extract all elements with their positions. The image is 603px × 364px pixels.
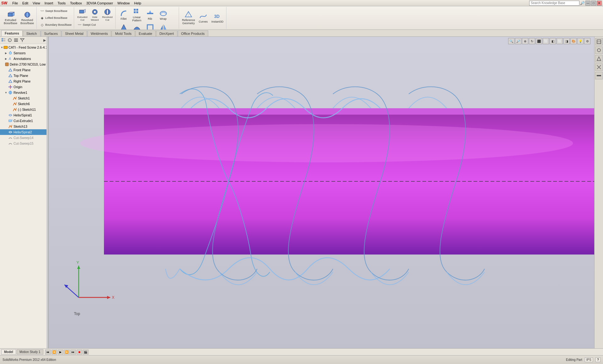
vp-display3-btn[interactable]: ◧ bbox=[550, 38, 556, 44]
lofted-boss-base-button[interactable]: ◈ Lofted Boss/Base bbox=[39, 15, 68, 21]
close-button[interactable]: ✕ bbox=[597, 1, 602, 6]
revolved-cut-button[interactable]: RevolvedCut bbox=[101, 8, 114, 22]
shell-button[interactable]: Shell bbox=[144, 23, 156, 30]
reference-geometry-icon bbox=[185, 11, 192, 19]
play-back-btn[interactable]: ⏪ bbox=[52, 350, 57, 355]
vp-display8-btn[interactable]: ⚙ bbox=[584, 38, 590, 44]
right-panel-btn4[interactable] bbox=[595, 63, 603, 71]
right-panel-btn5[interactable] bbox=[595, 72, 603, 79]
tree-item-material[interactable]: Delrin 2700 NC010, Low Viscos bbox=[0, 62, 48, 67]
reference-geometry-button[interactable]: ReferenceGeometry bbox=[181, 10, 197, 25]
tree-item-right-plane[interactable]: Right Plane bbox=[0, 78, 48, 84]
vp-display7-btn[interactable]: 💡 bbox=[577, 38, 584, 44]
draft-button[interactable]: Draft bbox=[117, 23, 130, 30]
tab-mold-tools[interactable]: Mold Tools bbox=[111, 30, 135, 36]
vp-display6-btn[interactable]: 🎨 bbox=[570, 38, 577, 44]
tab-weldments[interactable]: Weldments bbox=[87, 30, 111, 36]
sidebar-resize-handle[interactable] bbox=[46, 37, 48, 348]
sidebar-feature-tree-btn[interactable] bbox=[1, 37, 6, 43]
vp-zoom-fit-btn[interactable]: ⊕ bbox=[522, 38, 528, 44]
status-units[interactable]: IPS bbox=[585, 357, 593, 362]
tree-item-sketch6[interactable]: Sketch6 bbox=[0, 101, 48, 107]
vp-rotate-btn[interactable]: ↻ bbox=[529, 38, 535, 44]
menu-view[interactable]: View bbox=[31, 1, 42, 6]
extruded-cut-button[interactable]: ExtrudedCut bbox=[76, 8, 89, 22]
record-btn[interactable]: ⏺ bbox=[77, 350, 82, 355]
right-panel-btn3[interactable] bbox=[595, 55, 603, 62]
tab-features[interactable]: Features bbox=[1, 30, 23, 36]
menu-file[interactable]: File bbox=[10, 1, 20, 6]
menu-3dvia[interactable]: 3DVIA Composer bbox=[84, 1, 115, 6]
swept-boss-base-button[interactable]: 〰 Swept Boss/Base bbox=[39, 8, 68, 14]
mirror-button[interactable]: Mirror bbox=[157, 23, 170, 30]
menu-edit[interactable]: Edit bbox=[20, 1, 30, 6]
motion-icon[interactable]: 🎬 bbox=[83, 350, 89, 355]
restore-button[interactable]: □ bbox=[591, 1, 596, 6]
tab-evaluate[interactable]: Evaluate bbox=[135, 30, 156, 36]
vp-zoom-out-btn[interactable]: 🔎 bbox=[515, 38, 521, 44]
svg-rect-68 bbox=[597, 75, 601, 76]
linear-pattern-button[interactable]: LinearPattern bbox=[131, 8, 143, 23]
instant3d-button[interactable]: 3D Instant3D bbox=[210, 12, 225, 24]
tree-item-top-plane[interactable]: Top Plane bbox=[0, 73, 48, 78]
viewport[interactable]: 🔍 🔎 ⊕ ↻ ⬛ ⬜ ◧ ⬜ ◨ 🎨 💡 ⚙ bbox=[49, 37, 603, 348]
tab-dimxpert[interactable]: DimXpert bbox=[156, 30, 177, 36]
right-panel-btn2[interactable] bbox=[595, 46, 603, 54]
tree-item-sketch1[interactable]: Sketch1 bbox=[0, 95, 48, 101]
sidebar-config-btn[interactable] bbox=[13, 37, 19, 43]
vp-display1-btn[interactable]: ⬛ bbox=[536, 38, 542, 44]
menu-tools[interactable]: Tools bbox=[56, 1, 68, 6]
menu-help[interactable]: Help bbox=[132, 1, 143, 6]
tree-item-revolve1[interactable]: ▼ Revolve1 bbox=[0, 90, 48, 95]
tree-item-cut-extrude1[interactable]: Cut-Extrude1 bbox=[0, 118, 48, 124]
vp-zoom-in-btn[interactable]: 🔍 bbox=[508, 38, 514, 44]
wrap-button[interactable]: Wrap bbox=[157, 9, 170, 21]
minimize-button[interactable]: — bbox=[585, 1, 590, 6]
status-help[interactable]: ? bbox=[595, 357, 600, 362]
right-plane-label: Right Plane bbox=[14, 79, 30, 83]
tree-item-helix2[interactable]: Helix/Spiral2 bbox=[0, 129, 48, 135]
tab-office-products[interactable]: Office Products bbox=[178, 30, 208, 36]
tree-item-cut-sweep14[interactable]: Cut-Sweep14 bbox=[0, 135, 48, 141]
tree-item-front-plane[interactable]: Front Plane bbox=[0, 67, 48, 73]
vp-display4-btn[interactable]: ⬜ bbox=[557, 38, 563, 44]
search-icon[interactable]: 🔎 bbox=[580, 1, 585, 5]
tree-item-helix1[interactable]: Helix/Spiral1 bbox=[0, 112, 48, 118]
dome-button[interactable]: Dome bbox=[131, 23, 143, 30]
fillet-button[interactable]: Fillet bbox=[117, 9, 130, 21]
play-start-btn[interactable]: ⏮ bbox=[45, 350, 51, 355]
tree-item-cut-sweep15[interactable]: Cut-Sweep15 bbox=[0, 141, 48, 146]
sidebar-property-btn[interactable]: i bbox=[7, 37, 13, 43]
model-3d-view[interactable]: X Y Top bbox=[49, 37, 603, 348]
extruded-boss-base-button[interactable]: ExtrudedBoss/Base bbox=[3, 10, 19, 25]
tab-sketch[interactable]: Sketch bbox=[23, 30, 41, 36]
right-panel-btn1[interactable] bbox=[595, 38, 603, 46]
play-fwd-btn[interactable]: ⏩ bbox=[64, 350, 70, 355]
tree-item-sketch11[interactable]: (-) Sketch11 bbox=[0, 107, 48, 112]
boundary-boss-base-button[interactable]: ◇ Boundary Boss/Base bbox=[39, 22, 73, 28]
tree-root[interactable]: ▼ CATI - Feed Screw 2.6-4.712 (Defa bbox=[0, 45, 48, 50]
play-btn[interactable]: ▶ bbox=[58, 350, 63, 355]
menu-window[interactable]: Window bbox=[116, 1, 132, 6]
bottom-tab-motion-study[interactable]: Motion Study 1 bbox=[17, 349, 43, 355]
vp-display5-btn[interactable]: ◨ bbox=[563, 38, 570, 44]
tab-surfaces[interactable]: Surfaces bbox=[41, 30, 61, 36]
search-input[interactable] bbox=[529, 1, 579, 6]
curves-button[interactable]: Curves bbox=[197, 12, 209, 24]
vp-display2-btn[interactable]: ⬜ bbox=[543, 38, 549, 44]
play-end-btn[interactable]: ⏭ bbox=[70, 350, 76, 355]
tree-item-origin[interactable]: Origin bbox=[0, 84, 48, 90]
menu-insert[interactable]: Insert bbox=[43, 1, 55, 6]
tree-item-annotations[interactable]: ▶ A Annotations bbox=[0, 56, 48, 62]
sidebar-filter-btn[interactable] bbox=[19, 37, 25, 43]
rib-button[interactable]: Rib bbox=[144, 9, 156, 21]
tab-sheet-metal[interactable]: Sheet Metal bbox=[62, 30, 87, 36]
menu-toolbox[interactable]: Toolbox bbox=[68, 1, 84, 6]
tree-item-sketch13[interactable]: Sketch13 bbox=[0, 124, 48, 129]
bottom-tab-model[interactable]: Model bbox=[1, 349, 16, 355]
hole-wizard-button[interactable]: HoleWizard bbox=[89, 8, 100, 22]
tree-item-sensors[interactable]: ▶ Sensors bbox=[0, 50, 48, 56]
wrap-label: Wrap bbox=[160, 17, 166, 20]
swept-cut-button[interactable]: 〰 Swept Cut bbox=[76, 22, 114, 28]
revolved-boss-base-button[interactable]: RevolvedBoss/Base bbox=[19, 10, 35, 25]
